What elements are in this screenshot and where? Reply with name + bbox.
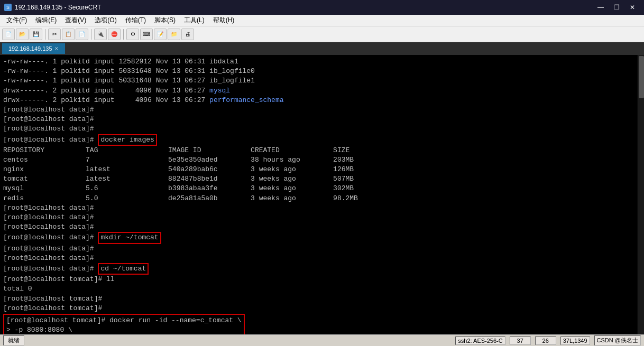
scrollbar-thumb[interactable]: [639, 56, 644, 98]
toolbar-sep1: [45, 29, 45, 40]
toolbar-sep3: [123, 29, 124, 40]
terminal-line-1: -rw-rw----. 1 polkitd input 12582912 Nov…: [3, 57, 634, 67]
terminal-line-27: [root@localhost tomcat]# docker run -id …: [6, 316, 242, 325]
terminal-line-19: [root@localhost data]# mkdir ~/tomcat: [3, 232, 634, 244]
menu-script[interactable]: 脚本(S): [150, 15, 180, 26]
toolbar-log[interactable]: 📝: [154, 29, 167, 40]
minimize-button[interactable]: —: [593, 0, 608, 15]
window-title: 192.168.149.135 - SecureCRT: [15, 4, 101, 11]
terminal-line-12: nginx latest 540a289bab6c 3 weeks ago 12…: [3, 165, 634, 174]
menu-edit[interactable]: 编辑(E): [31, 15, 61, 26]
toolbar-print[interactable]: 🖨: [181, 29, 194, 40]
status-bar: 就绪 ssh2: AES-256-C 37 26 37L,1349 CSDN @…: [0, 334, 644, 346]
terminal-line-7: [root@localhost data]#: [3, 115, 634, 124]
toolbar: 📄 📂 💾 ✂ 📋 📄 🔌 ⛔ ⚙ ⌨ 📝 📁 🖨: [0, 26, 644, 42]
status-right: ssh2: AES-256-C 37 26 37L,1349 CSDN @佚名士: [455, 335, 641, 345]
title-bar: S 192.168.149.135 - SecureCRT — ❐ ✕: [0, 0, 644, 15]
terminal-line-9: [root@localhost data]# docker images: [3, 134, 634, 146]
terminal-line-10: REPOSITORY TAG IMAGE ID CREATED SIZE: [3, 146, 634, 155]
window-controls[interactable]: — ❐ ✕: [593, 0, 640, 15]
terminal[interactable]: -rw-rw----. 1 polkitd input 12582912 Nov…: [0, 55, 638, 334]
menu-options[interactable]: 选项(O): [90, 15, 121, 26]
status-row: 26: [535, 336, 556, 345]
status-watermark: CSDN @佚名士: [594, 335, 641, 345]
session-tab[interactable]: 192.168.149.135 ✕: [2, 43, 65, 54]
tab-close-icon[interactable]: ✕: [54, 46, 59, 51]
tab-label: 192.168.149.135: [8, 45, 52, 52]
menu-tools[interactable]: 工具(L): [180, 15, 209, 26]
terminal-line-20: [root@localhost data]#: [3, 244, 634, 254]
terminal-line-25: [root@localhost tomcat]#: [3, 294, 634, 304]
menu-bar: 文件(F) 编辑(E) 查看(V) 选项(O) 传输(T) 脚本(S) 工具(L…: [0, 15, 644, 26]
status-size: 37L,1349: [560, 336, 590, 345]
close-button[interactable]: ✕: [625, 0, 640, 15]
toolbar-copy[interactable]: 📋: [62, 29, 75, 40]
terminal-line-17: [root@localhost data]#: [3, 213, 634, 222]
terminal-line-21: [root@localhost data]#: [3, 254, 634, 263]
terminal-line-11: centos 7 5e35e350aded 38 hours ago 203MB: [3, 155, 634, 165]
menu-file[interactable]: 文件(F): [2, 15, 31, 26]
terminal-line-23: [root@localhost tomcat]# ll: [3, 275, 634, 284]
toolbar-save[interactable]: 💾: [30, 29, 42, 40]
status-ready: 就绪: [3, 335, 24, 345]
terminal-line-13: tomcat latest 882487b8be1d 3 weeks ago 5…: [3, 174, 634, 184]
terminal-line-3: -rw-rw----. 1 polkitd input 50331648 Nov…: [3, 76, 634, 86]
docker-run-block: [root@localhost tomcat]# docker run -id …: [3, 314, 245, 334]
status-left: 就绪: [3, 335, 24, 345]
status-ssh: ssh2: AES-256-C: [455, 336, 505, 345]
title-bar-left: S 192.168.149.135 - SecureCRT: [4, 4, 101, 11]
terminal-line-8: [root@localhost data]#: [3, 124, 634, 134]
scrollbar[interactable]: [638, 55, 644, 334]
toolbar-sftp[interactable]: 📁: [168, 29, 180, 40]
terminal-line-22: [root@localhost data]# cd ~/tomcat: [3, 263, 634, 275]
menu-transfer[interactable]: 传输(T): [121, 15, 150, 26]
toolbar-sep2: [91, 29, 91, 40]
toolbar-paste[interactable]: 📄: [76, 29, 88, 40]
menu-view[interactable]: 查看(V): [61, 15, 90, 26]
maximize-button[interactable]: ❐: [609, 0, 624, 15]
terminal-line-6: [root@localhost data]#: [3, 105, 634, 115]
terminal-line-18: [root@localhost data]#: [3, 222, 634, 232]
terminal-line-15: redis 5.0 de25a81a5a0b 3 weeks ago 98.2M…: [3, 194, 634, 203]
terminal-line-2: -rw-rw----. 1 polkitd input 50331648 Nov…: [3, 67, 634, 76]
tab-bar: 192.168.149.135 ✕: [0, 42, 644, 55]
terminal-line-26: [root@localhost tomcat]#: [3, 304, 634, 313]
toolbar-keymap[interactable]: ⌨: [140, 29, 153, 40]
terminal-line-5: drwx------. 2 polkitd input 4096 Nov 13 …: [3, 96, 634, 105]
menu-help[interactable]: 帮助(H): [209, 15, 239, 26]
toolbar-connect[interactable]: 🔌: [94, 29, 107, 40]
toolbar-open[interactable]: 📂: [16, 29, 29, 40]
terminal-wrapper: -rw-rw----. 1 polkitd input 12582912 Nov…: [0, 55, 644, 334]
terminal-line-24: total 0: [3, 284, 634, 294]
terminal-line-16: [root@localhost data]#: [3, 203, 634, 213]
toolbar-new[interactable]: 📄: [2, 29, 15, 40]
toolbar-disconnect[interactable]: ⛔: [108, 29, 121, 40]
app-icon: S: [4, 4, 12, 11]
toolbar-cut[interactable]: ✂: [48, 29, 61, 40]
terminal-line-28: > -p 8080:8080 \: [6, 325, 242, 334]
status-col: 37: [510, 336, 531, 345]
toolbar-settings[interactable]: ⚙: [126, 29, 139, 40]
terminal-line-4: drwx------. 2 polkitd input 4096 Nov 13 …: [3, 86, 634, 96]
terminal-line-14: mysql 5.6 b3983abaa3fe 3 weeks ago 302MB: [3, 184, 634, 193]
